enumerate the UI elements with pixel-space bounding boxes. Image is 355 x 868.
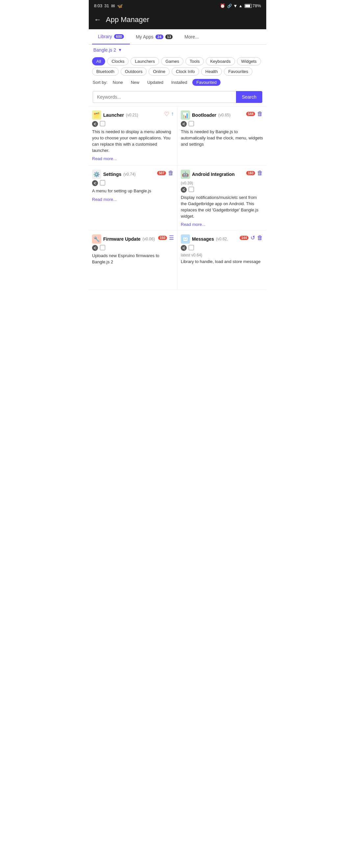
github-row-bootloader: ⑆ (181, 121, 263, 127)
library-badge: 600 (114, 34, 124, 39)
trash-button-settings[interactable]: 🗑 (168, 169, 174, 177)
app-card-android: 🤖 Android Integration (v0.39) 160 🗑 ⑆ Di… (178, 166, 266, 230)
filter-health[interactable]: Health (201, 67, 222, 75)
myapps-badge1: 24 (156, 34, 163, 39)
app-version-android: (v0.39) (181, 181, 193, 185)
count-bootloader: 544 (246, 112, 255, 116)
apps-grid: 🗂️ Launcher (v0.21) ♡ ↑ ⑆ This is needed… (89, 106, 266, 290)
menu-button-firmware[interactable]: ☰ (169, 235, 174, 241)
search-row: Search (89, 88, 266, 106)
filter-keyboards[interactable]: Keyboards (206, 57, 235, 65)
sort-installed[interactable]: Installed (169, 79, 190, 86)
filter-widgets[interactable]: Widgets (237, 57, 261, 65)
sort-updated[interactable]: Updated (144, 79, 166, 86)
sort-row: Sort by: None New Updated Installed Favo… (89, 77, 266, 88)
read-more-launcher[interactable]: Read more... (92, 156, 174, 161)
github-icon-android[interactable]: ⑆ (181, 187, 187, 193)
filter-bluetooth[interactable]: Bluetooth (92, 67, 119, 75)
github-icon-launcher[interactable]: ⑆ (92, 121, 98, 127)
sort-favourited[interactable]: Favourited (192, 79, 220, 86)
filter-all[interactable]: All (92, 57, 105, 65)
time: 8:03 (94, 3, 102, 8)
filter-favourites[interactable]: Favourites (224, 67, 253, 75)
reload-button-messages[interactable]: ↺ (251, 235, 255, 241)
read-more-android[interactable]: Read more... (181, 222, 263, 227)
app-name-firmware: Firmware Update (103, 237, 141, 242)
count-messages: 144 (239, 236, 249, 240)
app-version-extra-messages: latest v0.64) (181, 253, 263, 257)
app-name-messages: Messages (192, 237, 214, 242)
search-button[interactable]: Search (236, 91, 262, 103)
app-header: ← App Manager (89, 11, 266, 29)
notification-icon: 31 (104, 3, 109, 8)
back-button[interactable]: ← (94, 16, 101, 24)
tab-library[interactable]: Library 600 (92, 29, 130, 44)
app-version-firmware: (v0.06) (143, 237, 155, 241)
trash-button-bootloader[interactable]: 🗑 (257, 111, 263, 117)
status-right: ⏰ 🔗 ▾ ▲ 78% (220, 3, 261, 9)
filter-clockinfo[interactable]: Clock Info (171, 67, 199, 75)
app-desc-firmware: Uploads new Espruino firmwares to Bangle… (92, 253, 174, 265)
filter-games[interactable]: Games (161, 57, 184, 65)
tabs-bar: Library 600 My Apps 24 13 More... (89, 29, 266, 45)
app-version-bootloader: (v0.65) (218, 113, 230, 117)
device-row[interactable]: Bangle.js 2 ▼ (89, 45, 266, 55)
filter-clocks[interactable]: Clocks (107, 57, 129, 65)
copy-icon-firmware[interactable] (100, 245, 105, 250)
github-row-settings: ⑆ (92, 180, 174, 186)
copy-icon-messages[interactable] (189, 245, 194, 250)
filter-online[interactable]: Online (149, 67, 170, 75)
trash-button-messages[interactable]: 🗑 (257, 235, 263, 241)
read-more-settings[interactable]: Read more... (92, 197, 174, 202)
github-icon-bootloader[interactable]: ⑆ (181, 121, 187, 127)
filter-launchers[interactable]: Launchers (130, 57, 159, 65)
app-name-bootloader: Bootloader (192, 113, 216, 118)
app-desc-android: Display notifications/music/etc sent fro… (181, 195, 263, 219)
trash-button-android[interactable]: 🗑 (257, 169, 263, 177)
favourite-button-launcher[interactable]: ♡ (164, 111, 169, 118)
app-icon-messages: ✉️ (181, 235, 190, 244)
copy-icon-bootloader[interactable] (189, 121, 194, 126)
app-actions-launcher: ♡ ↑ (164, 111, 174, 118)
github-row-firmware: ⑆ (92, 245, 174, 251)
sort-none[interactable]: None (110, 79, 126, 86)
device-chevron: ▼ (118, 48, 122, 52)
key-icon: 🔗 (227, 4, 232, 8)
app-name-settings: Settings (103, 172, 121, 177)
copy-icon-settings[interactable] (100, 180, 105, 185)
app-card-launcher: 🗂️ Launcher (v0.21) ♡ ↑ ⑆ This is needed… (89, 106, 178, 166)
sort-new[interactable]: New (128, 79, 142, 86)
count-settings: 507 (157, 171, 166, 175)
app-desc-launcher: This is needed to display a menu allowin… (92, 129, 174, 154)
copy-icon-android[interactable] (189, 187, 194, 192)
app-desc-settings: A menu for setting up Bangle.js (92, 188, 174, 194)
app-actions-bootloader: 544 🗑 (246, 111, 263, 117)
github-icon-firmware[interactable]: ⑆ (92, 245, 98, 251)
sort-label: Sort by: (93, 80, 107, 85)
filter-outdoors[interactable]: Outdoors (121, 67, 147, 75)
app-version-messages: (v0.62, (216, 237, 228, 241)
github-icon-messages[interactable]: ⑆ (181, 245, 187, 251)
copy-icon-launcher[interactable] (100, 121, 105, 126)
search-input[interactable] (93, 91, 236, 103)
tab-more[interactable]: More... (179, 30, 205, 44)
filter-tools[interactable]: Tools (185, 57, 204, 65)
app-card-firmware: 🔧 Firmware Update (v0.06) 150 ☰ ⑆ Upload… (89, 230, 178, 290)
upload-button-launcher[interactable]: ↑ (171, 111, 174, 117)
github-icon-settings[interactable]: ⑆ (92, 180, 98, 186)
status-left: 8:03 31 ✉ 🦋 (94, 3, 123, 8)
mail-icon: ✉ (111, 3, 115, 8)
count-android: 160 (246, 171, 255, 175)
signal-icon: ▲ (239, 4, 243, 8)
github-row-launcher: ⑆ (92, 121, 174, 127)
app-version-launcher: (v0.21) (126, 113, 138, 117)
app-version-settings: (v0.74) (123, 172, 135, 177)
github-row-android: ⑆ (181, 187, 263, 193)
app-actions-messages: 144 ↺ 🗑 (239, 235, 263, 241)
app-card-settings: ⚙️ Settings (v0.74) 507 🗑 ⑆ A menu for s… (89, 166, 178, 230)
tab-myapps[interactable]: My Apps 24 13 (130, 30, 179, 44)
count-firmware: 150 (158, 236, 167, 240)
app-icon-firmware: 🔧 (92, 235, 101, 244)
page-title: App Manager (106, 16, 149, 24)
device-name[interactable]: Bangle.js 2 (93, 48, 116, 53)
